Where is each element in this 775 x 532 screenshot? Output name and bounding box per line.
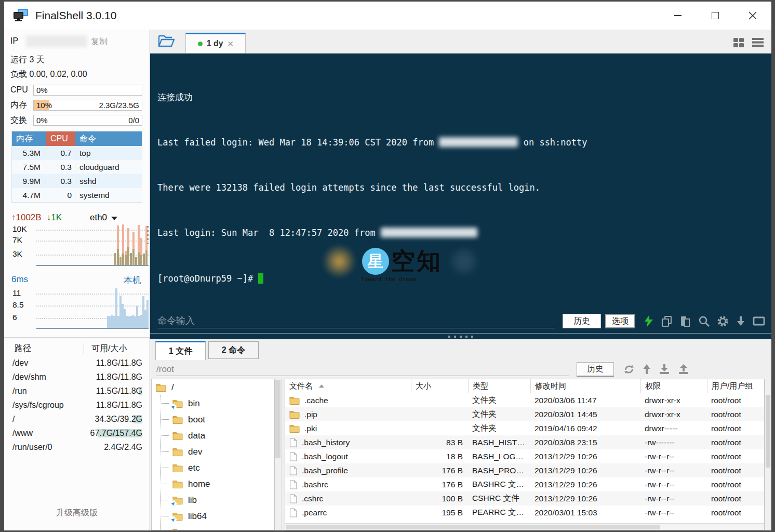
file-row[interactable]: .pip文件夹2020/03/01 14:45drwxr-xr-xroot/ro… <box>285 407 764 421</box>
tree-item-etc[interactable]: etc <box>152 460 274 476</box>
tree-item-home[interactable]: home <box>152 476 274 492</box>
terminal-area[interactable]: 连接成功 Last failed login: Wed Mar 18 14:39… <box>150 54 771 333</box>
disk-table: 路径 可用/大小 /dev11.8G/11.8G/dev/shm11.8G/11… <box>11 341 142 454</box>
tree-item-label: dev <box>188 447 202 457</box>
tree-item-label: boot <box>188 415 205 425</box>
parent-directory-icon[interactable] <box>643 364 651 375</box>
tab-files[interactable]: 1 文件 <box>155 341 206 360</box>
disk-header-path[interactable]: 路径 <box>11 343 84 354</box>
download-arrow-icon[interactable] <box>736 315 746 327</box>
settings-gear-icon[interactable] <box>717 315 729 327</box>
command-input[interactable]: 命令输入 <box>157 314 555 328</box>
ping-legend: 6ms 本机 <box>11 274 141 286</box>
tree-item-lib[interactable]: ▶lib <box>152 492 274 508</box>
header-mtime[interactable]: 修改时间 <box>530 379 640 393</box>
file-table-vscrollbar[interactable] <box>765 379 771 530</box>
tab-close-icon[interactable]: × <box>228 38 234 49</box>
gridline <box>36 305 149 307</box>
tree-item-boot[interactable]: boot <box>152 411 274 428</box>
grid-view-icon[interactable] <box>733 36 744 48</box>
menu-icon[interactable] <box>752 36 764 48</box>
folder-icon <box>289 424 300 433</box>
redacted-ip-2 <box>381 228 477 237</box>
path-input[interactable]: /root <box>156 363 569 376</box>
download-bar <box>135 257 137 265</box>
tree-item-partial[interactable] <box>152 524 274 530</box>
file-icon <box>289 508 297 517</box>
file-icon <box>289 452 297 461</box>
copy-icon[interactable] <box>661 315 673 327</box>
file-history-button[interactable]: 历史 <box>577 362 614 377</box>
tree-item-root[interactable]: / <box>152 379 274 395</box>
file-row[interactable]: .cshrc100 BCSHRC 文件2013/12/29 10:26-rw-r… <box>285 491 764 506</box>
tree-scrollbar[interactable] <box>275 379 282 530</box>
upload-file-icon[interactable] <box>678 364 689 375</box>
tree-item-label: / <box>171 382 174 393</box>
paste-icon[interactable] <box>679 315 691 327</box>
refresh-icon[interactable] <box>623 364 635 375</box>
file-row[interactable]: .pki文件夹2019/04/16 09:42drwxr-----root/ro… <box>285 421 764 435</box>
minimize-button[interactable] <box>659 2 697 30</box>
open-sessions-icon[interactable] <box>157 34 175 49</box>
terminal-file-splitter[interactable] <box>150 333 771 339</box>
terminal-options-button[interactable]: 选项 <box>605 314 635 328</box>
ping-chart: 118.56 <box>36 288 149 329</box>
terminal-history-button[interactable]: 历史 <box>563 314 601 328</box>
axis-tick-label: 10K <box>12 224 33 234</box>
header-perm[interactable]: 权限 <box>640 379 707 393</box>
chevron-down-icon[interactable] <box>111 217 117 223</box>
tree-item-bin[interactable]: ▶bin <box>152 395 274 411</box>
file-table-hscrollbar[interactable] <box>285 523 764 530</box>
download-bar <box>119 257 122 265</box>
tab-commands[interactable]: 2 命令 <box>208 341 259 359</box>
disk-row: /dev11.8G/11.8G <box>11 356 142 370</box>
watermark-caption: Toward the dream <box>361 276 416 283</box>
copy-ip-link[interactable]: 复制 <box>91 36 108 47</box>
download-bar <box>130 253 132 265</box>
header-filename[interactable]: 文件名 <box>285 379 411 393</box>
cpu-meter: CPU 0% <box>10 84 142 96</box>
watermark-blob <box>323 245 356 278</box>
file-row[interactable]: .cache文件夹2020/03/06 11:47drwxr-xr-xroot/… <box>285 393 764 407</box>
interface-selector[interactable]: eth0 <box>90 212 107 223</box>
splitter-handle-dots <box>448 336 473 338</box>
maximize-button[interactable] <box>697 2 734 30</box>
sidebar-splitter-handle[interactable] <box>147 226 149 244</box>
tree-item-data[interactable]: data <box>152 428 274 444</box>
file-row[interactable]: .pearrc195 BPEARRC 文…2020/03/01 15:03-rw… <box>285 506 764 520</box>
upgrade-link[interactable]: 升级高级版 <box>4 508 150 518</box>
header-type[interactable]: 类型 <box>468 379 530 393</box>
file-row[interactable]: .bash_logout18 BBASH_LOG…2013/12/29 10:2… <box>285 449 764 463</box>
monitor-icon[interactable] <box>753 316 765 326</box>
load-text: 负载 0.00, 0.02, 0.00 <box>10 69 87 80</box>
header-size[interactable]: 大小 <box>411 379 468 393</box>
search-icon[interactable] <box>698 315 710 327</box>
close-button[interactable] <box>734 2 771 30</box>
ping-bar <box>146 300 149 328</box>
redacted-ip-1 <box>439 137 518 147</box>
process-header-cpu[interactable]: CPU <box>46 131 75 146</box>
tree-item-lib64[interactable]: ▶lib64 <box>152 508 274 524</box>
file-row[interactable]: .bash_profile176 BBASH_PRO…2013/12/29 10… <box>285 463 764 477</box>
watermark-text: 空知 <box>391 245 442 277</box>
axis-tick-label: 6 <box>12 313 33 322</box>
folder-icon <box>156 383 166 392</box>
process-header-memory[interactable]: 内存 <box>12 131 46 146</box>
file-icon <box>289 438 297 447</box>
file-icon <box>289 494 297 503</box>
disk-header-size[interactable]: 可用/大小 <box>84 343 142 354</box>
disk-row: /run/user/02.4G/2.4G <box>11 440 142 454</box>
folder-icon <box>172 447 183 456</box>
process-header-command[interactable]: 命令 <box>75 131 142 146</box>
tree-item-dev[interactable]: dev <box>152 444 274 460</box>
tab-session-1[interactable]: 1 dy × <box>185 33 246 53</box>
download-bar <box>125 255 127 265</box>
folder-icon: ▶ <box>172 496 183 504</box>
header-owner[interactable]: 用户/用户组 <box>707 379 764 393</box>
tree-item-label: etc <box>188 463 200 473</box>
download-bar <box>140 255 142 265</box>
file-row[interactable]: .bashrc176 BBASHRC 文…2013/12/29 10:26-rw… <box>285 477 764 491</box>
file-row[interactable]: .bash_history83 BBASH_HIST…2020/03/08 23… <box>285 435 764 449</box>
quick-command-icon[interactable] <box>644 315 654 327</box>
download-file-icon[interactable] <box>659 364 670 375</box>
